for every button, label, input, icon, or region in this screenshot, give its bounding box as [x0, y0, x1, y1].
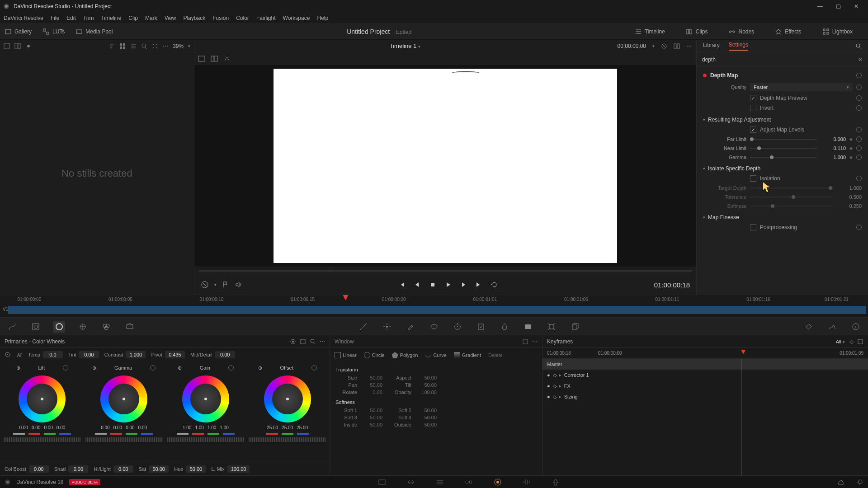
- image-wipe-icon[interactable]: [198, 56, 205, 62]
- reset-wheel-icon[interactable]: [63, 365, 68, 371]
- keyframes-expand-icon[interactable]: [857, 338, 863, 345]
- color-page-icon[interactable]: [493, 478, 502, 487]
- color-wheels-icon[interactable]: [53, 321, 65, 333]
- menu-item[interactable]: Trim: [83, 15, 94, 21]
- reset-isolation-icon[interactable]: [856, 176, 862, 181]
- keyframe-icon[interactable]: ◆: [849, 155, 853, 160]
- sort-icon[interactable]: [108, 43, 115, 49]
- menu-item[interactable]: Edit: [66, 15, 76, 21]
- reset-adjust-levels-icon[interactable]: [856, 127, 862, 132]
- split-view-icon[interactable]: [674, 43, 680, 49]
- window-icon[interactable]: [428, 321, 440, 333]
- quality-select[interactable]: Faster▾: [750, 83, 853, 91]
- effect-enabled-icon[interactable]: [703, 74, 707, 77]
- window-minimize-button[interactable]: —: [811, 1, 829, 12]
- menu-item[interactable]: DaVinci Resolve: [4, 15, 43, 21]
- master-wheel[interactable]: [4, 437, 81, 442]
- menu-item[interactable]: Mark: [145, 15, 157, 21]
- near-limit-slider[interactable]: [750, 148, 817, 149]
- lmix-value[interactable]: 100.00: [227, 465, 250, 473]
- effects-search-input[interactable]: [702, 56, 858, 63]
- lock-icon[interactable]: ●: [547, 383, 550, 389]
- color-wheel[interactable]: [100, 375, 147, 422]
- lightbox-toggle[interactable]: Lightbox: [822, 28, 853, 35]
- mute-icon[interactable]: [235, 281, 242, 288]
- gamma-slider[interactable]: [750, 157, 817, 158]
- menu-item[interactable]: Fairlight: [256, 15, 276, 21]
- edit-page-icon[interactable]: [435, 478, 444, 487]
- menu-item[interactable]: Timeline: [101, 15, 121, 21]
- expand-icon[interactable]: [152, 43, 158, 49]
- gallery-view-icon[interactable]: [4, 43, 10, 49]
- reset-invert-icon[interactable]: [856, 105, 862, 111]
- keyframe-panel-icon[interactable]: [803, 321, 815, 333]
- primaries-dot-icon[interactable]: [290, 338, 296, 345]
- menu-item[interactable]: View: [165, 15, 176, 21]
- reset-quality-icon[interactable]: [856, 84, 862, 90]
- colboost-value[interactable]: 0.00: [29, 465, 49, 473]
- picker-icon[interactable]: [5, 352, 11, 358]
- kf-playhead-icon[interactable]: [741, 350, 745, 354]
- primaries-expand-icon[interactable]: [300, 338, 306, 345]
- effects-search-icon[interactable]: [855, 43, 862, 49]
- bypass-icon[interactable]: [661, 43, 667, 49]
- zoom-chevron-icon[interactable]: ▾: [188, 44, 190, 48]
- hue-value[interactable]: 50.00: [186, 465, 206, 473]
- record-timecode[interactable]: 01:00:00:18: [654, 281, 690, 289]
- gamma-value[interactable]: 1.000: [821, 155, 846, 160]
- shad-value[interactable]: 0.00: [68, 465, 88, 473]
- window-maximize-button[interactable]: ▢: [829, 1, 847, 12]
- highlight-icon[interactable]: [223, 56, 231, 62]
- tab-settings[interactable]: Settings: [729, 42, 748, 51]
- more-icon[interactable]: ⋯: [163, 43, 168, 49]
- luts-toggle[interactable]: LUTs: [42, 28, 65, 35]
- last-frame-button[interactable]: [475, 281, 482, 288]
- home-icon[interactable]: [837, 479, 844, 486]
- tracker-icon[interactable]: [452, 321, 463, 333]
- section-finesse[interactable]: ▾Map Finesse: [703, 211, 862, 222]
- far-limit-value[interactable]: 0.000: [821, 136, 846, 142]
- shape-circle[interactable]: Circle: [364, 352, 385, 358]
- kf-diamond-icon[interactable]: ◇: [553, 394, 557, 400]
- viewer-more-icon[interactable]: ⋯: [686, 43, 692, 49]
- keyframes-filter[interactable]: All ▾: [836, 339, 845, 344]
- color-wheel[interactable]: [19, 375, 66, 422]
- reset-wheel-icon[interactable]: [311, 365, 317, 371]
- menu-item[interactable]: Clip: [128, 15, 138, 21]
- shape-curve[interactable]: Curve: [425, 352, 446, 358]
- scopes-icon[interactable]: [826, 321, 838, 333]
- menu-item[interactable]: File: [51, 15, 59, 21]
- gallery-dot-icon[interactable]: [25, 43, 32, 49]
- hdr-wheels-icon[interactable]: [77, 321, 89, 333]
- far-limit-slider[interactable]: [750, 139, 817, 140]
- color-wheel[interactable]: [264, 375, 311, 422]
- pan-value[interactable]: 50.00: [361, 382, 382, 388]
- lock-icon[interactable]: ●: [547, 372, 550, 378]
- kf-row-sizing[interactable]: ●◇▸Sizing: [542, 391, 868, 402]
- shape-linear[interactable]: Linear: [335, 352, 357, 358]
- curves-icon[interactable]: [6, 321, 18, 333]
- kf-row-master[interactable]: Master: [542, 359, 868, 370]
- play-button[interactable]: [444, 281, 452, 288]
- isolation-checkbox[interactable]: [750, 175, 756, 182]
- shape-gradient[interactable]: Gradient: [454, 352, 481, 358]
- fairlight-page-icon[interactable]: [522, 478, 531, 487]
- soft4-value[interactable]: 50.00: [415, 415, 437, 420]
- preview-checkbox[interactable]: [750, 95, 756, 101]
- window-panel-more-icon[interactable]: ⋯: [532, 338, 538, 345]
- loop-button[interactable]: [491, 281, 498, 288]
- tilt-value[interactable]: 50.00: [415, 382, 437, 388]
- master-wheel[interactable]: [167, 437, 245, 442]
- adjust-levels-checkbox[interactable]: [750, 127, 756, 133]
- menu-item[interactable]: Color: [236, 15, 249, 21]
- qualifier-icon[interactable]: [30, 321, 42, 333]
- kf-row-corrector[interactable]: ●◇▸Corrector 1: [542, 370, 868, 380]
- key-icon[interactable]: [522, 321, 534, 333]
- effects-toggle[interactable]: Effects: [775, 28, 801, 35]
- curves-palette-icon[interactable]: [358, 321, 369, 333]
- hilight-value[interactable]: 0.00: [113, 465, 133, 473]
- reset-wheel-icon[interactable]: [150, 365, 156, 371]
- keyframe-icon[interactable]: ◆: [849, 137, 853, 141]
- middetail-value[interactable]: 0.00: [215, 351, 235, 358]
- gallery-compare-icon[interactable]: [14, 43, 21, 49]
